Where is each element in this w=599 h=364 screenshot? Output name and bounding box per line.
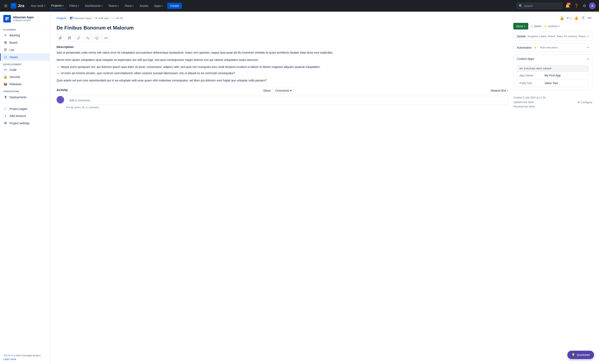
pages-icon: 📄 — [3, 107, 8, 111]
logo[interactable]: Jira — [11, 3, 24, 9]
svg-line-18 — [86, 37, 89, 40]
show-filter-row: Show: Comments ▾ — [263, 88, 296, 93]
attach-button[interactable] — [57, 34, 64, 42]
chevron-icon: ▾ — [162, 5, 163, 7]
more-options-icon[interactable]: ••• — [587, 15, 592, 21]
svg-rect-3 — [7, 19, 9, 20]
nav-your-work[interactable]: Your work ▾ — [28, 3, 47, 9]
activity-header: Activity Show: Comments ▾ Newest first ↕ — [57, 88, 508, 93]
sidebar-item-list[interactable]: ☰ List — [0, 46, 50, 53]
jira-logo-icon — [11, 3, 17, 9]
chevron-icon: ▾ — [62, 5, 63, 7]
svg-rect-15 — [68, 38, 69, 40]
configure-link[interactable]: ⚙ Configure — [577, 100, 592, 105]
nav-apps[interactable]: Apps ▾ — [152, 3, 165, 9]
like-icon[interactable]: 👍 — [573, 15, 579, 21]
add-shortcut-icon: + — [3, 114, 8, 118]
chevron-icon: ▾ — [102, 5, 103, 7]
releases-icon: 📦 — [3, 82, 8, 86]
issues-icon: ◻ — [3, 55, 8, 59]
main-content: Projects / Atlassian Apps / Add epic / ✓… — [50, 12, 599, 364]
sidebar-item-deployments[interactable]: ⬆ Deployments — [0, 93, 50, 101]
issue-toolbar: ••• — [57, 34, 508, 42]
user-avatar[interactable]: A — [589, 2, 596, 9]
sidebar-item-issues[interactable]: ◻ Issues — [0, 53, 50, 61]
notifications-button[interactable]: 🔔 9+ — [564, 2, 571, 9]
nav-dashboards[interactable]: Dashboards ▾ — [83, 3, 105, 9]
search-box[interactable]: 🔍 Search — [517, 3, 562, 9]
child-issues-button[interactable] — [66, 34, 73, 42]
comments-filter-dropdown[interactable]: Comments ▾ — [273, 88, 294, 93]
nav-teams[interactable]: Teams ▾ — [106, 3, 121, 9]
svg-point-10 — [583, 18, 584, 19]
automation-panel-header[interactable]: Automation ⚡ Rule executions ▾ — [513, 43, 592, 52]
project-icon — [3, 15, 11, 22]
watch-button[interactable]: 👁 1 — [566, 17, 572, 20]
actions-button[interactable]: ⚡ Actions ▾ — [544, 25, 560, 28]
sidebar-item-add-shortcut[interactable]: + Add shortcut — [0, 112, 50, 119]
stacked-field-two: Field Two Value Two — [517, 79, 589, 87]
description-para-2: Nemo enim ipsam voluptatem quia voluptas… — [57, 58, 508, 62]
comment-input[interactable]: Add a comment... — [66, 96, 508, 105]
description-list-item: Ut enim ad minima veniam, quis nostrum e… — [61, 71, 508, 76]
share-icon[interactable] — [581, 15, 585, 21]
sidebar-item-project-pages[interactable]: 📄 Project pages — [0, 105, 50, 112]
settings-button[interactable]: ⚙ — [581, 2, 587, 9]
breadcrumb-add-epic[interactable]: Add epic — [95, 17, 109, 20]
issue-sidebar: Done ▾ ✓ Done ⚡ Actions ▾ — [513, 23, 592, 111]
details-panel-header[interactable]: Details Assignee, Labels, Parent, Team, … — [513, 32, 592, 41]
custom-apps-panel: Custom Apps ▾ MY STACKED INFO GROUP App … — [513, 54, 592, 90]
svg-point-8 — [583, 16, 584, 17]
nav-plans[interactable]: Plans ▾ — [123, 3, 136, 9]
sidebar-item-security[interactable]: 🔒 Security — [0, 73, 50, 80]
link-button[interactable] — [75, 34, 82, 42]
security-icon: 🔒 — [3, 75, 8, 79]
code-icon: </> — [3, 68, 8, 71]
details-panel: Details Assignee, Labels, Parent, Team, … — [513, 32, 592, 41]
lock-icon[interactable]: 🔒 — [559, 15, 565, 21]
sidebar-footer: You're in a team-managed project Learn m… — [0, 350, 50, 364]
sidebar-item-backlog[interactable]: ≡ Backlog — [0, 32, 50, 39]
nav-projects[interactable]: Projects ▾ — [49, 3, 66, 9]
search-icon: 🔍 — [519, 4, 522, 8]
svg-rect-0 — [6, 17, 7, 19]
sort-button[interactable]: Newest first ↕ — [491, 89, 508, 92]
sidebar-project-header[interactable]: Atlassian Apps Software project — [0, 12, 50, 26]
svg-rect-5 — [71, 17, 72, 18]
svg-rect-14 — [70, 37, 71, 38]
operations-section-label: OPERATIONS — [0, 88, 50, 93]
sidebar-item-board[interactable]: ⊞ Board — [0, 39, 50, 46]
quickstart-button[interactable]: 💡 Quickstart — [567, 351, 594, 359]
custom-apps-panel-header[interactable]: Custom Apps ▾ — [513, 55, 592, 63]
custom-apps-content: MY STACKED INFO GROUP App Name My First … — [513, 63, 592, 90]
automation-lightning-icon: ⚡ — [533, 46, 537, 49]
sidebar: Atlassian Apps Software project PLANNING… — [0, 12, 50, 364]
grid-icon[interactable]: ⊞ — [3, 3, 8, 9]
more-button[interactable]: ••• — [102, 34, 110, 42]
logo-text: Jira — [18, 4, 24, 8]
breadcrumb-project-name[interactable]: Atlassian Apps — [70, 17, 91, 20]
details-chevron-icon: ▾ — [588, 35, 589, 38]
breadcrumb-issue-id[interactable]: ✓ AA-54 — [112, 17, 123, 20]
sidebar-item-code[interactable]: </> Code — [0, 67, 50, 73]
nav-filters[interactable]: Filters ▾ — [67, 3, 81, 9]
resolved-timestamp: Resolved last week — [513, 104, 545, 109]
help-button[interactable]: ❓ — [573, 2, 580, 9]
sidebar-item-releases[interactable]: 📦 Releases — [0, 80, 50, 88]
custom-apps-chevron-icon: ▾ — [588, 57, 589, 60]
stacked-group-header: MY STACKED INFO GROUP — [517, 66, 589, 71]
sidebar-item-project-settings[interactable]: ⚙ Project settings — [0, 119, 50, 127]
emoji-button[interactable] — [93, 34, 101, 42]
notification-badge: 9+ — [567, 3, 571, 5]
learn-more-link[interactable]: Learn more — [3, 358, 46, 361]
create-button[interactable]: Create — [167, 3, 182, 9]
status-button[interactable]: Done ▾ — [513, 23, 528, 29]
backlog-icon: ≡ — [3, 34, 8, 37]
nav-assets[interactable]: Assets — [138, 3, 150, 9]
svg-rect-7 — [71, 18, 72, 19]
description-para-3: Quis autem vel eum iure reprehenderit qu… — [57, 78, 508, 83]
watch-count: 1 — [570, 17, 572, 20]
breadcrumb-projects[interactable]: Projects — [57, 17, 66, 20]
unlink-button[interactable] — [84, 34, 91, 42]
settings-icon: ⚙ — [3, 121, 8, 125]
